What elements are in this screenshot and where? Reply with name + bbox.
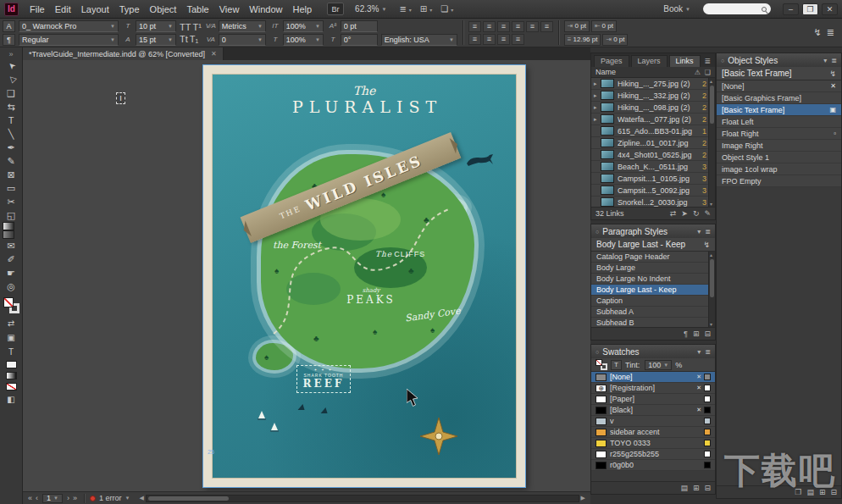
new-style-icon[interactable]: ⊞ <box>693 330 700 338</box>
restore-button[interactable]: ❐ <box>802 3 818 15</box>
paragraph-style-row[interactable]: Catalog Page Header <box>591 252 715 263</box>
swatch-row[interactable]: r0g0b0 <box>591 460 715 471</box>
zoom-level-dropdown[interactable]: 62.3% ▼ <box>351 3 391 15</box>
align-justify-all-icon[interactable]: ≡ <box>468 34 481 45</box>
delete-object-style-icon[interactable]: ⊟ <box>830 488 837 496</box>
right-indent-field[interactable]: ⇤0 pt <box>591 20 617 32</box>
document-page[interactable]: The PLURALIST EMERALDLAGOON <box>203 65 525 487</box>
update-link-icon[interactable]: ↻ <box>693 209 700 218</box>
paragraph-style-row[interactable]: Body Large Last - Keep <box>591 285 715 296</box>
last-page-button[interactable]: » <box>71 494 79 502</box>
all-caps-button[interactable]: TT <box>180 22 191 32</box>
close-button[interactable]: ✕ <box>822 3 838 15</box>
small-caps-button[interactable]: Tt <box>180 34 188 44</box>
menu-view[interactable]: View <box>214 2 245 17</box>
rectangle-frame-tool[interactable]: ⊠ <box>3 168 20 181</box>
load-styles-icon[interactable]: ❐ <box>795 488 801 496</box>
vertical-scale-select[interactable]: 100%▼ <box>283 20 324 32</box>
scrollbar-track[interactable] <box>146 495 579 502</box>
leading-select[interactable]: 15 pt▼ <box>136 34 176 46</box>
font-style-select[interactable]: Regular▼ <box>19 34 119 46</box>
object-style-row[interactable]: Float Right▫ <box>717 128 841 140</box>
subscript-button[interactable]: T₁ <box>190 34 198 44</box>
link-row[interactable]: Campsit...5_0092.jpg3 <box>591 185 715 197</box>
font-family-select[interactable]: 0_ Warnock Pro▼ <box>19 20 119 32</box>
paragraph-style-row[interactable]: Caption <box>591 296 715 307</box>
scroll-left-icon[interactable]: ◀ <box>137 495 145 501</box>
swatch-row[interactable]: [None]✕ <box>591 372 715 383</box>
collapse-panel-icon[interactable]: ▾ <box>823 57 827 64</box>
menu-help[interactable]: Help <box>287 2 317 17</box>
go-to-link-icon[interactable]: ➤ <box>681 209 688 218</box>
align-justify-center-icon[interactable]: ≡ <box>526 21 539 32</box>
disclosure-triangle-icon[interactable]: ▸ <box>594 92 601 99</box>
gap-tool[interactable]: ⇆ <box>3 100 20 114</box>
formatting-affects-container-button[interactable]: ▣ <box>3 332 19 343</box>
fill-color-indicator[interactable] <box>3 297 14 307</box>
view-options-icon[interactable]: ≣ <box>399 4 411 14</box>
menu-edit[interactable]: Edit <box>50 2 76 17</box>
swatch-row[interactable]: [Paper] <box>591 394 715 405</box>
collapse-panel-icon[interactable]: ▾ <box>697 228 701 235</box>
align-right-icon[interactable]: ≡ <box>497 21 510 32</box>
links-name-column[interactable]: Name <box>595 68 616 76</box>
object-style-row[interactable]: Image Right <box>717 140 841 152</box>
paragraph-style-row[interactable]: Subhead B <box>591 318 715 327</box>
scrollbar-thumb[interactable] <box>148 496 229 501</box>
paragraph-style-row[interactable]: Body Large <box>591 263 715 274</box>
menu-object[interactable]: Object <box>145 2 182 17</box>
delete-style-icon[interactable]: ⊟ <box>704 330 711 338</box>
note-tool[interactable]: ✉ <box>3 239 20 252</box>
eyedropper-tool[interactable]: ✐ <box>3 252 20 266</box>
font-size-select[interactable]: 10 pt▼ <box>136 20 176 32</box>
bridge-button[interactable]: Br <box>327 3 344 15</box>
link-page-icon[interactable]: ❏ <box>705 69 711 76</box>
paragraph-formatting-button[interactable]: ¶ <box>3 34 15 46</box>
superscript-button[interactable]: T¹ <box>192 22 201 32</box>
show-styles-icon[interactable]: ▤ <box>806 488 814 496</box>
pencil-tool[interactable]: ✎ <box>3 154 20 168</box>
swap-fill-stroke-icon[interactable]: ⇄ <box>3 318 19 329</box>
preflight-status[interactable]: 1 error ▼ <box>90 494 130 502</box>
search-input[interactable] <box>703 3 771 14</box>
align-away-from-spine-icon[interactable]: ≡ <box>497 34 510 45</box>
link-row[interactable]: Zipline...01_0017.jpg2 <box>591 137 715 149</box>
prev-page-button[interactable]: ‹ <box>34 494 40 502</box>
baseline-grid-field[interactable]: ≡12.96 pt <box>564 34 601 46</box>
new-object-style-icon[interactable]: ⊞ <box>819 488 826 496</box>
menu-table[interactable]: Table <box>181 2 213 17</box>
new-swatch-icon[interactable]: ⊞ <box>693 484 700 492</box>
screen-mode-icon[interactable]: ❏ <box>440 4 453 14</box>
type-tool[interactable]: T <box>3 114 20 127</box>
paragraph-styles-scrollbar[interactable] <box>708 252 715 327</box>
links-scrollbar[interactable] <box>708 78 715 207</box>
link-row[interactable]: ▸Waterfa..._077.jpg (2)2 <box>591 114 715 125</box>
object-style-row[interactable]: image 1col wrap <box>717 163 841 175</box>
paragraph-style-row[interactable]: Subhead A <box>591 307 715 318</box>
tab-links[interactable]: Links <box>669 55 701 67</box>
link-row[interactable]: 4x4_Shot01_0525.jpg2 <box>591 149 715 161</box>
swatch-row[interactable]: ⊕[Registration]✕ <box>591 383 715 394</box>
collapse-panel-icon[interactable]: ▾ <box>697 348 701 356</box>
paragraph-style-row[interactable]: Body Large No Indent <box>591 274 715 285</box>
swatches-header[interactable]: Swatches ▾≣ <box>591 345 715 358</box>
tab-layers[interactable]: Layers <box>631 55 668 67</box>
current-object-style[interactable]: [Basic Text Frame] ↯ <box>717 67 841 80</box>
clear-overrides-icon[interactable]: ¶ <box>684 330 688 338</box>
swatch-row[interactable]: TOYO 0333 <box>591 438 715 449</box>
page-number-field[interactable]: 1▼ <box>42 494 63 503</box>
show-swatch-kinds-icon[interactable]: ▤ <box>680 484 688 492</box>
delete-swatch-icon[interactable]: ⊟ <box>704 484 711 492</box>
tint-field[interactable]: 100 ▼ <box>645 360 672 370</box>
menu-layout[interactable]: Layout <box>76 2 114 17</box>
text-swatch-button[interactable]: T <box>611 360 622 370</box>
baseline-shift-field[interactable]: 0 pt <box>341 20 378 32</box>
view-mode-button[interactable]: ◧ <box>3 394 19 405</box>
first-page-button[interactable]: « <box>26 494 34 502</box>
object-style-row[interactable]: [Basic Text Frame]▣ <box>717 104 841 116</box>
line-tool[interactable]: ╲ <box>3 127 20 141</box>
object-style-row[interactable]: FPO Empty <box>717 175 841 187</box>
disclosure-triangle-icon[interactable]: ▸ <box>594 104 601 111</box>
disclosure-triangle-icon[interactable]: ▸ <box>594 116 601 123</box>
apply-gradient-button[interactable] <box>6 372 17 379</box>
